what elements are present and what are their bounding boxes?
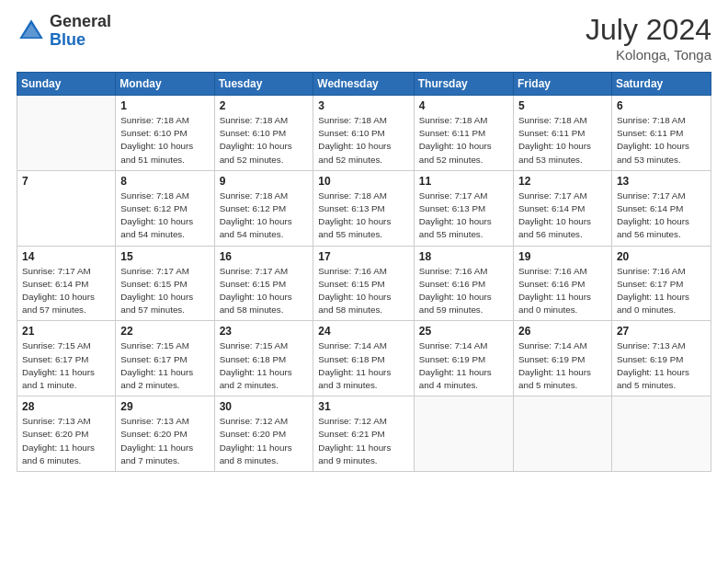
calendar-week-row: 1Sunrise: 7:18 AMSunset: 6:10 PMDaylight… bbox=[17, 96, 711, 171]
day-number: 13 bbox=[617, 175, 706, 188]
calendar-cell: 4Sunrise: 7:18 AMSunset: 6:11 PMDaylight… bbox=[414, 96, 513, 171]
calendar-header-row: Sunday Monday Tuesday Wednesday Thursday… bbox=[17, 73, 711, 96]
logo: General Blue bbox=[17, 13, 111, 50]
calendar-cell: 30Sunrise: 7:12 AMSunset: 6:20 PMDayligh… bbox=[214, 396, 313, 472]
day-info: Sunrise: 7:14 AMSunset: 6:19 PMDaylight:… bbox=[419, 339, 508, 392]
day-number: 9 bbox=[220, 175, 309, 188]
day-info: Sunrise: 7:18 AMSunset: 6:12 PMDaylight:… bbox=[120, 190, 209, 242]
day-number: 21 bbox=[22, 325, 110, 338]
day-number: 3 bbox=[318, 99, 408, 112]
day-number: 29 bbox=[120, 400, 209, 413]
day-info: Sunrise: 7:17 AMSunset: 6:14 PMDaylight:… bbox=[22, 265, 110, 317]
calendar-cell bbox=[611, 396, 711, 472]
day-info: Sunrise: 7:17 AMSunset: 6:15 PMDaylight:… bbox=[120, 265, 209, 317]
col-thursday: Thursday bbox=[414, 73, 513, 96]
day-info: Sunrise: 7:18 AMSunset: 6:10 PMDaylight:… bbox=[318, 114, 408, 167]
calendar-cell: 20Sunrise: 7:16 AMSunset: 6:17 PMDayligh… bbox=[611, 246, 711, 321]
calendar-cell: 14Sunrise: 7:17 AMSunset: 6:14 PMDayligh… bbox=[17, 246, 116, 321]
title-block: July 2024 Kolonga, Tonga bbox=[586, 13, 711, 63]
day-info: Sunrise: 7:14 AMSunset: 6:18 PMDaylight:… bbox=[318, 339, 408, 392]
calendar-week-row: 21Sunrise: 7:15 AMSunset: 6:17 PMDayligh… bbox=[17, 321, 711, 396]
calendar-cell: 17Sunrise: 7:16 AMSunset: 6:15 PMDayligh… bbox=[313, 246, 414, 321]
logo-general: General bbox=[50, 13, 111, 31]
day-info: Sunrise: 7:16 AMSunset: 6:17 PMDaylight:… bbox=[617, 265, 706, 317]
calendar-cell: 7 bbox=[17, 170, 116, 246]
day-info: Sunrise: 7:13 AMSunset: 6:20 PMDaylight:… bbox=[22, 415, 110, 467]
calendar-week-row: 14Sunrise: 7:17 AMSunset: 6:14 PMDayligh… bbox=[17, 246, 711, 321]
day-number: 28 bbox=[22, 400, 110, 413]
calendar-cell: 31Sunrise: 7:12 AMSunset: 6:21 PMDayligh… bbox=[313, 396, 414, 472]
day-number: 1 bbox=[120, 99, 209, 112]
calendar-cell: 26Sunrise: 7:14 AMSunset: 6:19 PMDayligh… bbox=[514, 321, 612, 396]
calendar-cell: 18Sunrise: 7:16 AMSunset: 6:16 PMDayligh… bbox=[414, 246, 513, 321]
day-number: 16 bbox=[220, 250, 309, 263]
day-info: Sunrise: 7:15 AMSunset: 6:17 PMDaylight:… bbox=[120, 339, 209, 392]
col-tuesday: Tuesday bbox=[214, 73, 313, 96]
day-info: Sunrise: 7:18 AMSunset: 6:11 PMDaylight:… bbox=[617, 114, 706, 167]
day-info: Sunrise: 7:12 AMSunset: 6:21 PMDaylight:… bbox=[318, 415, 408, 467]
calendar-week-row: 78Sunrise: 7:18 AMSunset: 6:12 PMDayligh… bbox=[17, 170, 711, 246]
calendar-cell: 9Sunrise: 7:18 AMSunset: 6:12 PMDaylight… bbox=[214, 170, 313, 246]
day-number: 24 bbox=[318, 325, 408, 338]
day-number: 14 bbox=[22, 250, 110, 263]
day-number: 20 bbox=[617, 250, 706, 263]
calendar-cell: 2Sunrise: 7:18 AMSunset: 6:10 PMDaylight… bbox=[214, 96, 313, 171]
day-info: Sunrise: 7:18 AMSunset: 6:10 PMDaylight:… bbox=[120, 114, 209, 167]
day-info: Sunrise: 7:17 AMSunset: 6:15 PMDaylight:… bbox=[220, 265, 309, 317]
day-info: Sunrise: 7:16 AMSunset: 6:16 PMDaylight:… bbox=[518, 265, 607, 317]
calendar-cell: 10Sunrise: 7:18 AMSunset: 6:13 PMDayligh… bbox=[313, 170, 414, 246]
col-saturday: Saturday bbox=[611, 73, 711, 96]
calendar-cell bbox=[514, 396, 612, 472]
day-info: Sunrise: 7:18 AMSunset: 6:12 PMDaylight:… bbox=[220, 190, 309, 242]
day-number: 15 bbox=[120, 250, 209, 263]
day-number: 26 bbox=[518, 325, 607, 338]
day-info: Sunrise: 7:13 AMSunset: 6:20 PMDaylight:… bbox=[120, 415, 209, 467]
day-info: Sunrise: 7:15 AMSunset: 6:17 PMDaylight:… bbox=[22, 339, 110, 392]
day-info: Sunrise: 7:13 AMSunset: 6:19 PMDaylight:… bbox=[617, 339, 706, 392]
location: Kolonga, Tonga bbox=[586, 47, 711, 63]
day-number: 18 bbox=[419, 250, 508, 263]
day-info: Sunrise: 7:14 AMSunset: 6:19 PMDaylight:… bbox=[518, 339, 607, 392]
day-info: Sunrise: 7:18 AMSunset: 6:10 PMDaylight:… bbox=[220, 114, 309, 167]
calendar-cell bbox=[414, 396, 513, 472]
logo-icon bbox=[17, 17, 46, 46]
day-number: 2 bbox=[220, 99, 309, 112]
day-info: Sunrise: 7:12 AMSunset: 6:20 PMDaylight:… bbox=[220, 415, 309, 467]
day-number: 11 bbox=[419, 175, 508, 188]
calendar-cell: 22Sunrise: 7:15 AMSunset: 6:17 PMDayligh… bbox=[116, 321, 214, 396]
calendar-cell: 16Sunrise: 7:17 AMSunset: 6:15 PMDayligh… bbox=[214, 246, 313, 321]
day-number: 23 bbox=[220, 325, 309, 338]
calendar-cell: 15Sunrise: 7:17 AMSunset: 6:15 PMDayligh… bbox=[116, 246, 214, 321]
calendar-cell: 13Sunrise: 7:17 AMSunset: 6:14 PMDayligh… bbox=[611, 170, 711, 246]
day-number: 30 bbox=[220, 400, 309, 413]
calendar-cell: 8Sunrise: 7:18 AMSunset: 6:12 PMDaylight… bbox=[116, 170, 214, 246]
day-number: 17 bbox=[318, 250, 408, 263]
month-year: July 2024 bbox=[586, 13, 711, 47]
calendar-cell: 11Sunrise: 7:17 AMSunset: 6:13 PMDayligh… bbox=[414, 170, 513, 246]
day-info: Sunrise: 7:17 AMSunset: 6:14 PMDaylight:… bbox=[518, 190, 607, 242]
day-number: 22 bbox=[120, 325, 209, 338]
day-number: 5 bbox=[518, 99, 607, 112]
day-info: Sunrise: 7:15 AMSunset: 6:18 PMDaylight:… bbox=[220, 339, 309, 392]
calendar-cell: 21Sunrise: 7:15 AMSunset: 6:17 PMDayligh… bbox=[17, 321, 116, 396]
day-number: 27 bbox=[617, 325, 706, 338]
calendar-cell: 12Sunrise: 7:17 AMSunset: 6:14 PMDayligh… bbox=[514, 170, 612, 246]
day-info: Sunrise: 7:18 AMSunset: 6:11 PMDaylight:… bbox=[419, 114, 508, 167]
day-info: Sunrise: 7:16 AMSunset: 6:15 PMDaylight:… bbox=[318, 265, 408, 317]
col-friday: Friday bbox=[514, 73, 612, 96]
col-sunday: Sunday bbox=[17, 73, 116, 96]
day-number: 25 bbox=[419, 325, 508, 338]
day-info: Sunrise: 7:17 AMSunset: 6:13 PMDaylight:… bbox=[419, 190, 508, 242]
page: General Blue July 2024 Kolonga, Tonga Su… bbox=[0, 0, 728, 563]
day-number: 12 bbox=[518, 175, 607, 188]
calendar-cell: 29Sunrise: 7:13 AMSunset: 6:20 PMDayligh… bbox=[116, 396, 214, 472]
logo-blue: Blue bbox=[50, 31, 111, 50]
calendar-cell: 1Sunrise: 7:18 AMSunset: 6:10 PMDaylight… bbox=[116, 96, 214, 171]
day-number: 7 bbox=[22, 175, 110, 188]
day-number: 6 bbox=[617, 99, 706, 112]
calendar-cell bbox=[17, 96, 116, 171]
day-number: 4 bbox=[419, 99, 508, 112]
calendar-cell: 6Sunrise: 7:18 AMSunset: 6:11 PMDaylight… bbox=[611, 96, 711, 171]
day-info: Sunrise: 7:18 AMSunset: 6:13 PMDaylight:… bbox=[318, 190, 408, 242]
calendar-cell: 19Sunrise: 7:16 AMSunset: 6:16 PMDayligh… bbox=[514, 246, 612, 321]
